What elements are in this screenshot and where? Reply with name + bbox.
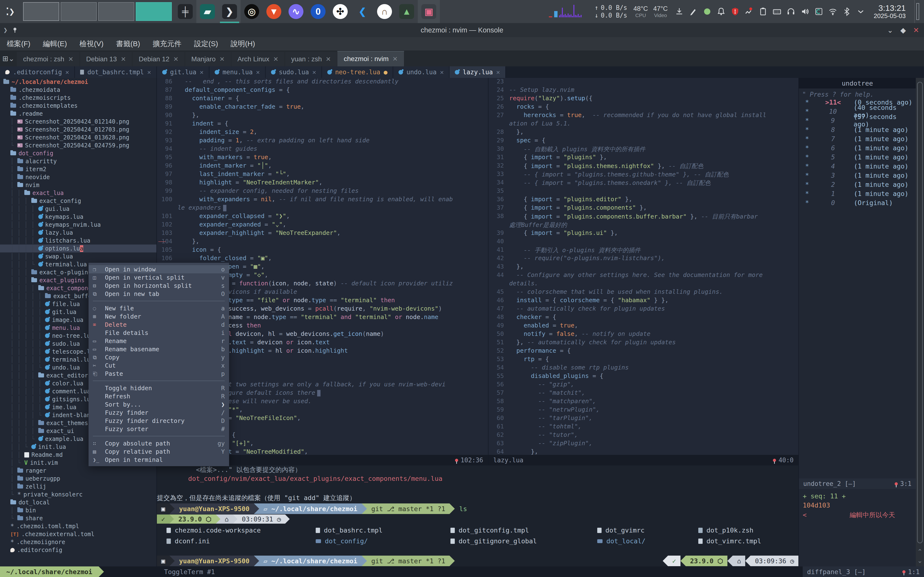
red-shield-icon[interactable] xyxy=(730,5,740,18)
menu-編輯(E)[interactable]: 編輯(E) xyxy=(43,39,67,49)
virtual-desktop-2[interactable] xyxy=(61,2,97,21)
tray-download-icon[interactable] xyxy=(674,5,685,18)
context-menu-item-New file[interactable]: ◌New filea xyxy=(89,304,229,312)
new-tab-icon[interactable]: ⊞⌄ xyxy=(0,50,17,66)
virtual-desktop-1[interactable] xyxy=(23,2,59,21)
red-dot-wave-icon[interactable] xyxy=(744,5,754,18)
konsole-tab[interactable]: Debian 12✕ xyxy=(132,52,185,66)
context-menu-item-Open in vertical split[interactable]: ◫Open in vertical splitv xyxy=(89,273,229,282)
tree-item-iterm2[interactable]: │ iterm2 xyxy=(0,165,157,173)
window-titlebar[interactable]: ❯ chezmoi : nvim — Konsole ⌄ ◆ ✕ xyxy=(0,23,924,37)
tree-item-gui.lua[interactable]: │ │ │ │ gui.lua xyxy=(0,205,157,213)
context-menu-item-Copy[interactable]: ⧉Copyy xyxy=(89,353,229,361)
bluetooth-icon[interactable] xyxy=(842,5,852,18)
scroll-down-icon[interactable]: ⌄ xyxy=(916,557,924,564)
status-dot-icon[interactable] xyxy=(702,5,712,18)
konsole-tab[interactable]: Arch Linux✕ xyxy=(231,52,285,66)
tree-item-.chezmoi.toml.tmpl[interactable]: *.chezmoi.toml.tmpl xyxy=(0,522,157,530)
virtual-desktop-pager[interactable] xyxy=(23,2,172,21)
tree-item-exact_lua[interactable]: │ │ exact_lua xyxy=(0,189,157,197)
tree-item-dot_local[interactable]: dot_local xyxy=(0,498,157,506)
vscode-icon[interactable]: ❮ xyxy=(351,0,373,23)
context-menu-item-Paste[interactable]: ⎗Pastep xyxy=(89,369,229,378)
tree-item-nvim[interactable]: │ nvim xyxy=(0,181,157,189)
tab-close-icon[interactable]: ✕ xyxy=(121,56,126,63)
buffer-tab-lazy.lua[interactable]: lazy.lua✕ xyxy=(449,66,506,78)
buffer-close-icon[interactable]: ✕ xyxy=(65,69,69,76)
tree-item-ranger[interactable]: │ ranger xyxy=(0,467,157,475)
menu-書籤(B)[interactable]: 書籤(B) xyxy=(116,39,140,49)
konsole-tab[interactable]: Manjaro✕ xyxy=(185,52,231,66)
show-desktop-button[interactable] xyxy=(914,0,921,23)
undotree-entry-6[interactable]: *6(1 minute ago) xyxy=(799,143,916,152)
tree-item-~/.local/share/chezmoi[interactable]: ~/.local/share/chezmoi xyxy=(0,78,157,86)
tree-item-.chezmoiignore[interactable]: *.chezmoiignore xyxy=(0,538,157,546)
menu-設定(S)[interactable]: 設定(S) xyxy=(194,39,218,49)
chatgpt-icon[interactable]: ✣ xyxy=(329,0,351,23)
buffer-close-icon[interactable]: ✕ xyxy=(200,69,204,76)
keyboard-icon[interactable] xyxy=(772,5,782,18)
tree-item-lazy.lua[interactable]: │ │ │ │ lazy.lua xyxy=(0,229,157,237)
tree-item-options.lua[interactable]: │ │ │ │ options.lua xyxy=(0,245,157,253)
context-menu-item-Copy relative path[interactable]: ▤Copy relative pathY xyxy=(89,447,229,456)
brave-browser-icon[interactable]: ▼ xyxy=(263,0,285,23)
buffer-tab-undo.lua[interactable]: undo.lua✕ xyxy=(393,66,449,78)
toggleterm-terminal[interactable]: <檔案>..." 以包含要提交的內容） dot_config/nvim/exac… xyxy=(157,466,798,566)
typed-command[interactable]: ls xyxy=(459,505,467,513)
undotree-entry-2[interactable]: *2(1 minute ago) xyxy=(799,180,916,189)
screenshot-tool-icon[interactable]: ▣ xyxy=(418,0,440,23)
notifications-bell-icon[interactable] xyxy=(716,5,727,18)
purple-wave-app-icon[interactable]: ∿ xyxy=(285,0,307,23)
konsole-tab[interactable]: yuan : zsh✕ xyxy=(285,52,338,66)
maximize-icon[interactable]: ◆ xyxy=(900,26,906,34)
close-icon[interactable]: ✕ xyxy=(913,26,919,34)
buffer-tab-neo-tree.lua[interactable]: neo-tree.lua● xyxy=(322,66,393,78)
tab-close-icon[interactable]: ✕ xyxy=(326,56,331,63)
window-menu-icon[interactable]: ⌄ xyxy=(887,26,893,34)
tree-item-.chezmoidata[interactable]: .chezmoidata xyxy=(0,86,157,94)
network-graph-icon[interactable] xyxy=(548,4,588,19)
buffer-tab-dot_bashrc.tmpl[interactable]: dot_bashrc.tmpl✕ xyxy=(75,66,157,78)
tab-close-icon[interactable]: ✕ xyxy=(220,56,225,63)
context-menu-item-Open in window[interactable]: ❐Open in windowo xyxy=(89,265,229,273)
undotree-entry-5[interactable]: *5(1 minute ago) xyxy=(799,152,916,161)
konsole-terminal-icon[interactable]: ❯ xyxy=(218,0,241,23)
tree-item-swap.lua[interactable]: │ │ │ │ swap.lua xyxy=(0,253,157,260)
virtual-desktop-4[interactable] xyxy=(136,2,172,21)
tab-close-icon[interactable]: ✕ xyxy=(273,56,278,63)
buffer-tab-sudo.lua[interactable]: sudo.lua✕ xyxy=(266,66,322,78)
konsole-tab[interactable]: chezmoi : nvim✕ xyxy=(338,51,404,66)
context-menu-item-Delete[interactable]: ⌧Deleted xyxy=(89,321,229,329)
context-menu-item-Rename[interactable]: ▭Renamer xyxy=(89,337,229,345)
buffer-close-icon[interactable]: ✕ xyxy=(440,69,444,76)
dbeaver-icon[interactable]: ∩ xyxy=(373,0,396,23)
undotree-entry-1[interactable]: *1(1 minute ago) xyxy=(799,189,916,198)
buffer-tab-git.lua[interactable]: git.lua✕ xyxy=(157,66,209,78)
tree-item-listchars.lua[interactable]: │ │ │ │ listchars.lua xyxy=(0,237,157,245)
undotree-entry-9[interactable]: *9(57 seconds ago) xyxy=(799,116,916,125)
tree-item-share[interactable]: └ share xyxy=(0,514,157,522)
obs-studio-icon[interactable]: ◎ xyxy=(241,0,263,23)
tree-item-.editorconfig[interactable]: .editorconfig xyxy=(0,546,157,554)
buffer-tab-.editorconfig[interactable]: .editorconfig✕ xyxy=(0,66,75,78)
buffer-close-icon[interactable]: ✕ xyxy=(496,69,500,76)
tree-item-neovide[interactable]: │ neovide xyxy=(0,173,157,181)
wifi-icon[interactable] xyxy=(827,5,838,18)
buffer-tab-menu.lua[interactable]: menu.lua✕ xyxy=(209,66,266,78)
context-menu-item-Fuzzy finder[interactable]: Fuzzy finder/ xyxy=(89,408,229,417)
clipboard-icon[interactable] xyxy=(758,5,768,18)
context-menu-item-New folder[interactable]: ⊞New folderA xyxy=(89,312,229,321)
tree-item-.chezmoitemplates[interactable]: .chezmoitemplates xyxy=(0,102,157,110)
virtual-desktop-3[interactable] xyxy=(98,2,134,21)
teal-box-icon[interactable] xyxy=(814,5,824,18)
tree-item-Screenshot_20250424_012140.png[interactable]: │ Screenshot_20250424_012140.png xyxy=(0,118,157,126)
context-menu-item-Open in horizontal split[interactable]: ⊟Open in horizontal splits xyxy=(89,282,229,290)
menu-檔案(F)[interactable]: 檔案(F) xyxy=(7,39,30,49)
tree-item-Screenshot_20250424_024759.png[interactable]: └ Screenshot_20250424_024759.png xyxy=(0,141,157,149)
tree-item-ueberzugpp[interactable]: │ ueberzugpp xyxy=(0,475,157,482)
tree-item-Screenshot_20250424_013628.png[interactable]: │ Screenshot_20250424_013628.png xyxy=(0,134,157,141)
buffer-close-icon[interactable]: ✕ xyxy=(147,69,151,76)
clock-widget[interactable]: 3:13:21 2025-05-03 xyxy=(874,3,906,19)
tree-item-zellij[interactable]: │ zellij xyxy=(0,482,157,490)
undotree-entry-4[interactable]: *4(1 minute ago) xyxy=(799,161,916,171)
